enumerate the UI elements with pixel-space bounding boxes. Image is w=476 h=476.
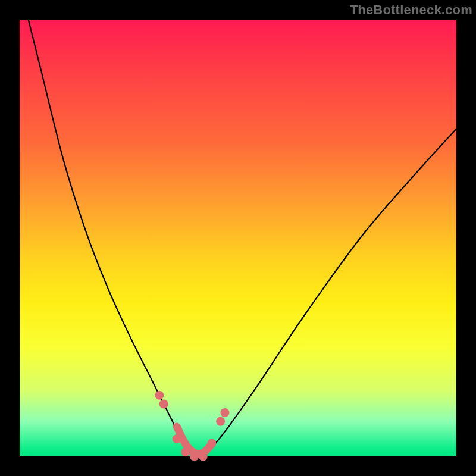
marker-dot — [181, 447, 190, 456]
chart-frame: TheBottleneck.com — [0, 0, 476, 476]
marker-dot — [155, 391, 164, 400]
curve-svg — [20, 20, 456, 456]
plot-area — [20, 20, 456, 456]
marker-dot — [220, 408, 229, 417]
bottleneck-curve — [29, 20, 456, 458]
marker-dot — [190, 452, 199, 461]
marker-dot — [207, 439, 216, 447]
marker-dot — [159, 399, 168, 408]
watermark-text: TheBottleneck.com — [350, 2, 472, 18]
marker-dot — [199, 452, 208, 461]
marker-dot — [173, 434, 181, 443]
marker-dot — [216, 417, 225, 426]
